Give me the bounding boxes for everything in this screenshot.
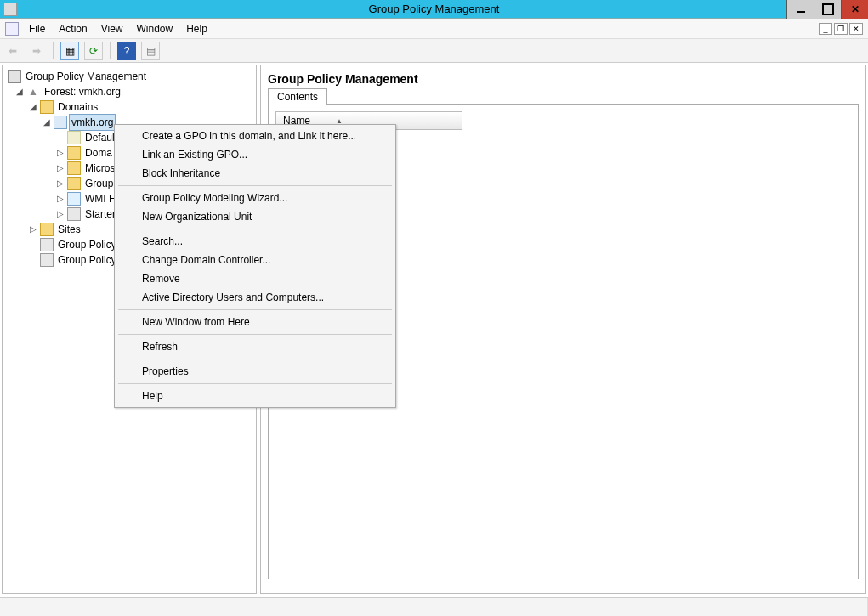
context-menu-separator	[118, 309, 392, 310]
window-controls	[786, 0, 868, 18]
ou-icon	[67, 161, 81, 175]
title-bar: Group Policy Management	[0, 0, 868, 19]
folder-icon	[40, 100, 54, 114]
domain-icon	[54, 116, 67, 129]
properties-button[interactable]: ▤	[141, 42, 160, 60]
tab-contents[interactable]: Contents	[268, 88, 327, 105]
tree-domains-label: Domains	[55, 99, 100, 115]
mdi-close-button[interactable]: ✕	[849, 23, 863, 35]
context-menu-separator	[118, 383, 392, 384]
minimize-button[interactable]	[786, 0, 814, 19]
forest-icon: ▲	[26, 85, 40, 99]
tree-root-label: Group Policy Management	[23, 69, 149, 84]
status-cell-2	[434, 598, 869, 616]
status-bar	[0, 597, 868, 616]
toolbar: ⬅ ➡ ▦ ⟳ ? ▤	[0, 39, 868, 63]
folder-icon	[67, 177, 81, 190]
tree-forest[interactable]: ◢ ▲ Forest: vmkh.org	[6, 84, 254, 99]
close-button[interactable]	[841, 0, 868, 19]
tree-wmi-label: WMI F	[82, 191, 117, 206]
context-menu-item[interactable]: Properties	[116, 362, 394, 381]
tree-gpos-label: Group	[82, 176, 116, 191]
status-cell-1	[0, 598, 434, 616]
expand-icon[interactable]: ▷	[55, 161, 65, 176]
context-menu-separator	[118, 359, 392, 359]
context-menu-item[interactable]: Help	[116, 387, 394, 405]
context-menu-item[interactable]: Change Domain Controller...	[116, 251, 394, 269]
tree-domains[interactable]: ◢ Domains	[6, 99, 254, 115]
toolbar-separator-2	[110, 42, 111, 59]
results-icon	[40, 253, 54, 267]
context-menu-item[interactable]: Group Policy Modeling Wizard...	[116, 189, 394, 207]
refresh-button[interactable]: ⟳	[84, 42, 103, 60]
tree-results-label: Group Policy	[55, 252, 119, 268]
toolbar-separator	[53, 42, 54, 59]
context-menu-separator	[118, 334, 392, 335]
gpo-link-icon	[67, 131, 81, 144]
tree-starter-label: Starter	[82, 206, 118, 222]
context-menu-item[interactable]: New Window from Here	[116, 313, 394, 331]
collapse-icon[interactable]: ◢	[14, 84, 25, 99]
mmc-icon	[5, 22, 19, 36]
window-title: Group Policy Management	[0, 3, 868, 15]
maximize-button[interactable]	[814, 0, 841, 19]
wmi-icon	[67, 192, 81, 206]
context-menu-item[interactable]: Create a GPO in this domain, and Link it…	[116, 127, 394, 145]
expand-icon[interactable]: ▷	[28, 222, 38, 237]
forward-button[interactable]: ➡	[27, 42, 46, 60]
mdi-minimize-button[interactable]: _	[819, 23, 832, 35]
menu-help[interactable]: Help	[179, 19, 214, 38]
tree-root[interactable]: Group Policy Management	[6, 69, 254, 84]
tree-ms-label: Micros	[82, 161, 117, 176]
context-menu-item[interactable]: Remove	[116, 269, 394, 288]
tree-sites-label: Sites	[55, 222, 83, 237]
menu-action[interactable]: Action	[52, 19, 94, 38]
menu-window[interactable]: Window	[130, 19, 180, 38]
menu-bar: File Action View Window Help _ ❐ ✕	[0, 19, 868, 39]
context-menu-separator	[118, 185, 392, 186]
sites-icon	[40, 223, 54, 236]
context-menu-item[interactable]: Link an Existing GPO...	[116, 145, 394, 164]
context-menu[interactable]: Create a GPO in this domain, and Link it…	[114, 124, 396, 408]
context-menu-item[interactable]: New Organizational Unit	[116, 207, 394, 226]
expand-icon[interactable]: ▷	[55, 176, 65, 191]
gpm-icon	[8, 70, 21, 83]
show-hide-tree-button[interactable]: ▦	[60, 42, 79, 60]
collapse-icon[interactable]: ◢	[28, 99, 38, 115]
context-menu-separator	[118, 229, 392, 229]
modeling-icon	[40, 238, 54, 251]
context-menu-item[interactable]: Refresh	[116, 337, 394, 356]
tree-dc-label: Doma	[82, 145, 115, 161]
context-menu-item[interactable]: Search...	[116, 232, 394, 251]
starter-icon	[67, 207, 81, 221]
mdi-restore-button[interactable]: ❐	[834, 23, 848, 35]
tree-default-label: Defaul	[82, 130, 117, 145]
mdi-controls: _ ❐ ✕	[819, 23, 866, 35]
back-button[interactable]: ⬅	[3, 42, 22, 60]
expand-icon[interactable]: ▷	[55, 206, 65, 222]
expand-icon[interactable]: ▷	[55, 191, 65, 206]
context-menu-item[interactable]: Active Directory Users and Computers...	[116, 288, 394, 307]
tree-domain-label: vmkh.org	[69, 114, 116, 131]
tree-modeling-label: Group Policy	[55, 237, 119, 252]
help-button[interactable]: ?	[117, 42, 136, 60]
menu-file[interactable]: File	[22, 19, 52, 38]
menu-view[interactable]: View	[94, 19, 130, 38]
ou-icon	[67, 146, 81, 160]
tree-forest-label: Forest: vmkh.org	[42, 84, 123, 99]
collapse-icon[interactable]: ◢	[42, 115, 52, 130]
content-title: Group Policy Management	[268, 72, 859, 86]
context-menu-item[interactable]: Block Inheritance	[116, 164, 394, 183]
expand-icon[interactable]: ▷	[55, 145, 65, 161]
